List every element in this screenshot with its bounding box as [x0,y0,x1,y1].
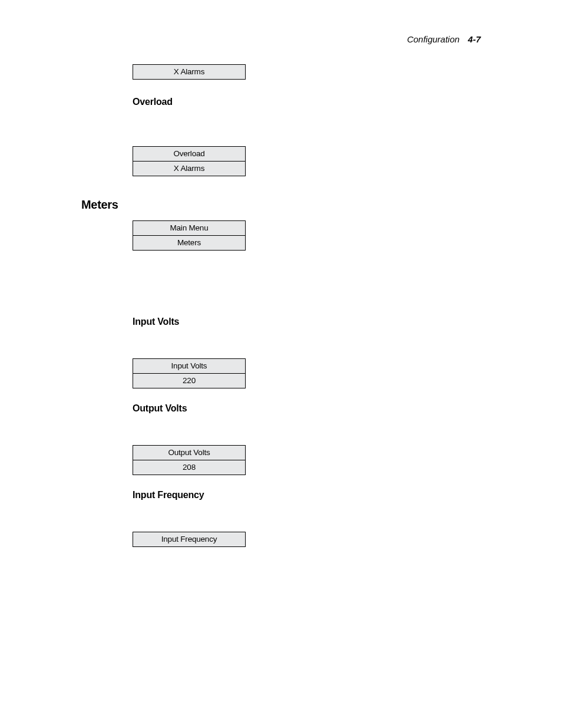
lcd-output-volts: Output Volts 208 [133,445,246,475]
lcd-x-alarms: X Alarms [133,64,246,80]
lcd-row: Main Menu [133,221,245,235]
lcd-row: Input Frequency [133,532,245,546]
lcd-row: 208 [133,460,245,475]
header-section: Configuration [407,34,459,44]
lcd-row: Output Volts [133,446,245,460]
lcd-row: X Alarms [133,161,245,176]
heading-input-frequency: Input Frequency [133,490,204,500]
lcd-input-volts: Input Volts 220 [133,358,246,388]
lcd-meters-main: Main Menu Meters [133,220,246,251]
heading-input-volts: Input Volts [133,317,179,327]
lcd-input-frequency: Input Frequency [133,532,246,547]
lcd-row: Input Volts [133,359,245,373]
lcd-row: Meters [133,235,245,250]
lcd-row: Overload [133,147,245,161]
page-header: Configuration 4-7 [407,34,481,44]
lcd-row: X Alarms [133,65,245,79]
heading-output-volts: Output Volts [133,403,187,414]
page: Configuration 4-7 X Alarms Overload Over… [0,0,562,728]
lcd-overload: Overload X Alarms [133,146,246,176]
heading-meters: Meters [81,198,118,212]
header-page-number: 4-7 [468,34,481,44]
heading-overload: Overload [133,97,173,107]
lcd-row: 220 [133,373,245,388]
